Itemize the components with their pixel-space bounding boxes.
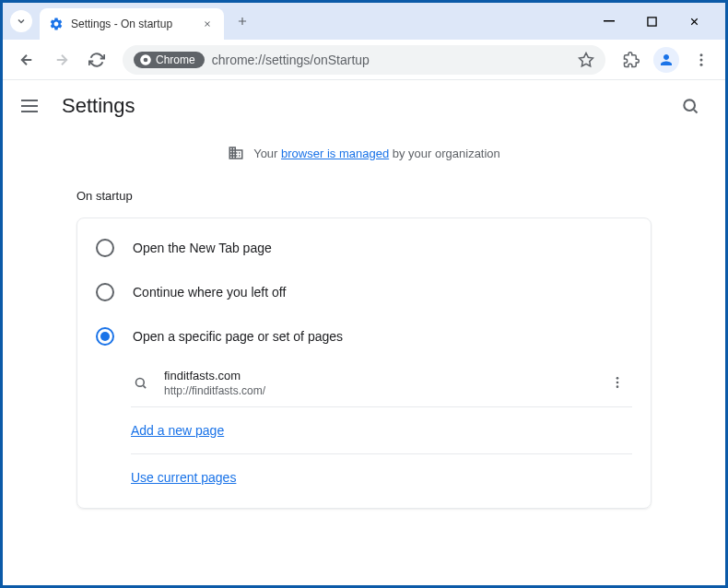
startup-page-row: finditfasts.com http://finditfasts.com/: [131, 359, 632, 406]
pages-subsection: finditfasts.com http://finditfasts.com/ …: [131, 359, 632, 500]
dots-vertical-icon: [610, 375, 625, 390]
svg-rect-1: [647, 17, 655, 25]
chrome-chip: Chrome: [134, 52, 205, 68]
svg-marker-4: [580, 53, 593, 65]
content: Settings Your browser is managed by your…: [3, 80, 725, 585]
svg-point-10: [616, 377, 619, 380]
option-new-tab[interactable]: Open the New Tab page: [77, 226, 651, 270]
svg-rect-0: [604, 20, 615, 22]
search-settings-button[interactable]: [674, 89, 707, 123]
add-page-link[interactable]: Add a new page: [131, 423, 224, 438]
close-icon: [688, 16, 700, 28]
hamburger-line: [21, 111, 38, 112]
extensions-button[interactable]: [616, 45, 646, 75]
svg-point-7: [700, 63, 703, 65]
svg-point-6: [700, 58, 703, 61]
arrow-right-icon: [53, 52, 70, 68]
svg-point-11: [616, 382, 619, 384]
use-current-link[interactable]: Use current pages: [131, 470, 236, 485]
page-more-button[interactable]: [603, 368, 632, 397]
dots-vertical-icon: [693, 52, 710, 68]
reload-icon: [88, 52, 105, 68]
managed-notice: Your browser is managed by your organiza…: [3, 132, 725, 169]
radio-icon: [96, 239, 114, 257]
close-icon: [203, 19, 212, 29]
avatar: [653, 47, 679, 73]
svg-point-5: [700, 53, 703, 56]
url-text: chrome://settings/onStartup: [212, 53, 370, 67]
profile-button[interactable]: [652, 45, 681, 75]
plus-icon: [236, 15, 249, 28]
arrow-left-icon: [18, 52, 35, 68]
svg-point-8: [684, 100, 695, 111]
toolbar: Chrome chrome://settings/onStartup: [3, 40, 725, 80]
page-name: finditfasts.com: [164, 369, 588, 382]
person-icon: [658, 52, 675, 68]
radio-label: Open the New Tab page: [133, 241, 272, 255]
header-row: Settings: [3, 80, 725, 132]
tab-title: Settings - On startup: [71, 18, 193, 30]
chrome-chip-label: Chrome: [156, 53, 195, 66]
radio-label: Open a specific page or set of pages: [133, 329, 343, 344]
page-url: http://finditfasts.com/: [164, 384, 588, 397]
address-bar[interactable]: Chrome chrome://settings/onStartup: [123, 45, 605, 75]
menu-toggle[interactable]: [21, 95, 43, 117]
managed-text: Your browser is managed by your organiza…: [253, 147, 500, 160]
puzzle-icon: [623, 52, 640, 68]
star-icon: [578, 52, 594, 68]
menu-button[interactable]: [687, 45, 716, 75]
titlebar: Settings - On startup: [3, 3, 725, 40]
svg-point-9: [135, 378, 144, 386]
radio-label: Continue where you left off: [133, 285, 286, 300]
search-icon: [681, 97, 699, 115]
hamburger-line: [21, 100, 38, 101]
add-page-row: Add a new page: [131, 407, 632, 453]
radio-icon: [96, 283, 114, 301]
svg-point-3: [144, 57, 148, 62]
browser-tab[interactable]: Settings - On startup: [40, 8, 224, 40]
reload-button[interactable]: [82, 45, 112, 75]
option-specific-pages[interactable]: Open a specific page or set of pages: [77, 314, 651, 359]
close-window-button[interactable]: [681, 8, 707, 34]
maximize-icon: [647, 17, 657, 27]
page-favicon: [131, 373, 149, 392]
minimize-icon: [604, 16, 615, 27]
new-tab-button[interactable]: [229, 8, 255, 34]
section-title: On startup: [3, 169, 725, 218]
back-button[interactable]: [12, 45, 41, 75]
gear-icon: [49, 17, 64, 31]
tab-close-button[interactable]: [200, 17, 215, 31]
maximize-button[interactable]: [639, 8, 664, 34]
building-icon: [228, 145, 244, 161]
svg-point-12: [616, 385, 619, 388]
page-title: Settings: [62, 94, 135, 118]
tabs-dropdown[interactable]: [10, 10, 32, 32]
startup-card: Open the New Tab page Continue where you…: [76, 218, 652, 509]
managed-link[interactable]: browser is managed: [281, 147, 389, 160]
chrome-logo-icon: [139, 53, 152, 66]
use-current-row: Use current pages: [131, 454, 632, 500]
search-icon: [134, 376, 147, 390]
radio-icon: [96, 327, 114, 346]
bookmark-button[interactable]: [578, 52, 594, 68]
minimize-button[interactable]: [596, 8, 622, 34]
chevron-down-icon: [16, 16, 27, 27]
page-text: finditfasts.com http://finditfasts.com/: [164, 369, 588, 397]
window-controls: [596, 8, 718, 34]
forward-button[interactable]: [47, 45, 76, 75]
hamburger-line: [21, 105, 38, 107]
option-continue[interactable]: Continue where you left off: [77, 270, 651, 314]
